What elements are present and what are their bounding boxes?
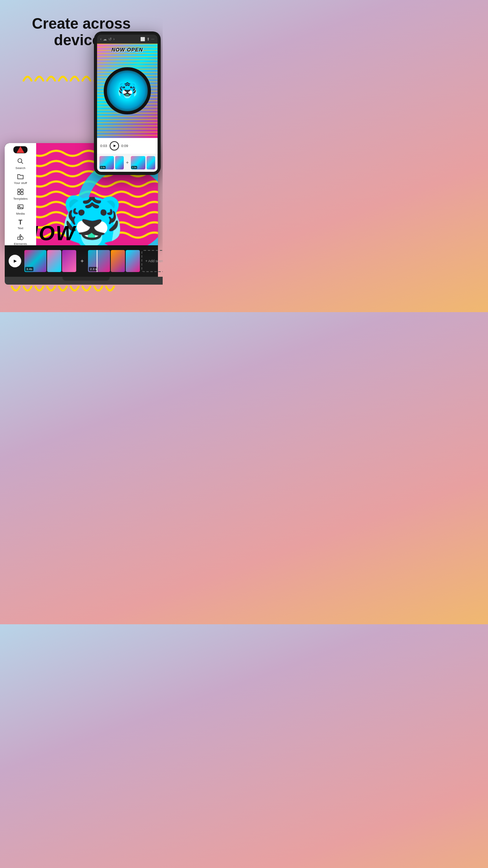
laptop-stand: [62, 277, 110, 281]
phone-timeline-plus: ＋: [125, 156, 130, 169]
sidebar-item-elements[interactable]: Elements: [7, 232, 34, 245]
timeline-clip-1a[interactable]: 3.4s: [24, 250, 46, 272]
laptop-timeline: ▶ 3.4s: [5, 245, 158, 277]
wavy-decoration-bottom: [0, 281, 163, 312]
sidebar-item-your-stuff[interactable]: Your stuff: [7, 172, 34, 186]
timeline-clip-group-1: 3.4s: [24, 250, 76, 272]
phone-back-icon[interactable]: ‹: [100, 37, 101, 41]
sidebar-search-label: Search: [15, 166, 25, 170]
svg-line-1: [22, 162, 23, 164]
phone-browser-bar: ‹ ☁ ↺ › ⬜ ⬆ ···: [97, 35, 158, 44]
svg-rect-2: [18, 189, 20, 191]
timeline-clip-2b[interactable]: [111, 250, 125, 272]
sidebar-item-search[interactable]: Search: [7, 156, 34, 171]
adobe-logo: [13, 146, 28, 153]
media-icon: [17, 204, 24, 211]
sidebar-media-label: Media: [16, 212, 25, 215]
phone-clip-small-2: [147, 156, 155, 169]
sidebar-your-stuff-label: Your stuff: [14, 181, 27, 185]
adobe-logo-red: [17, 146, 24, 153]
timeline-clip-1c[interactable]: [62, 250, 76, 272]
phone-play-button[interactable]: ▶: [110, 141, 119, 151]
laptop-sidebar: Search Your stuff: [5, 143, 36, 245]
templates-icon: [17, 189, 24, 196]
phone-forward-icon[interactable]: ›: [113, 37, 114, 41]
phone-tab-icon[interactable]: ⬜: [140, 37, 145, 41]
phone-body: ‹ ☁ ↺ › ⬜ ⬆ ··· 🐯: [94, 31, 161, 175]
phone-share-icon[interactable]: ⬆: [147, 37, 150, 41]
phone-time-start: 0:03: [100, 144, 107, 148]
text-icon: T: [18, 219, 22, 226]
phone-clip-small-1: [115, 156, 124, 169]
folder-icon: [17, 174, 24, 180]
timeline-play-icon: ▶: [14, 259, 17, 263]
sidebar-elements-label: Elements: [14, 242, 27, 245]
phone-clip-2-duration: 2.3s: [131, 166, 137, 169]
phone-browser-icons: ⬜ ⬆ ···: [140, 37, 154, 41]
timeline-clip-1b[interactable]: [47, 250, 61, 272]
timeline-play-button[interactable]: ▶: [9, 255, 21, 267]
phone-play-icon: ▶: [114, 144, 116, 147]
sidebar-item-media[interactable]: Media: [7, 203, 34, 217]
svg-rect-3: [21, 189, 23, 191]
phone-tiger-emoji: 🐯: [117, 81, 138, 100]
phone-player: 0:03 ▶ 0:09: [97, 138, 158, 154]
svg-rect-5: [21, 192, 23, 195]
phone-canvas-text: NOW OPEN: [97, 47, 158, 53]
phone-clip-2: 2.3s: [131, 156, 145, 169]
phone-timeline: 3.4s ＋ 2.3s: [97, 154, 158, 172]
page-wrapper: Create across devices ‹ ☁ ↺ › ⬜ ⬆: [0, 0, 163, 312]
svg-point-8: [20, 237, 23, 240]
sidebar-text-label: Text: [18, 226, 24, 230]
sidebar-item-templates[interactable]: Templates: [7, 187, 34, 202]
phone-refresh-icon[interactable]: ↺: [108, 37, 112, 41]
timeline-clip-1-duration: 3.4s: [25, 267, 33, 271]
svg-rect-9: [18, 237, 20, 239]
svg-rect-4: [18, 192, 20, 195]
timeline-clip-2a[interactable]: 2.3 s: [88, 250, 110, 272]
timeline-plus-icon: ＋: [78, 257, 86, 265]
phone-clip-1: 3.4s: [99, 156, 114, 169]
phone-time-end: 0:09: [121, 144, 128, 148]
laptop-base: [5, 277, 163, 285]
phone-canvas: 🐯 NOW OPEN: [97, 44, 158, 138]
timeline-clips: 3.4s ＋ 2.3 s: [24, 250, 163, 272]
phone-clip-1-duration: 3.4s: [100, 166, 106, 169]
phone-more-icon[interactable]: ···: [151, 37, 154, 41]
phone-cloud-icon[interactable]: ☁: [103, 37, 107, 41]
sidebar-templates-label: Templates: [13, 197, 28, 200]
sidebar-item-text[interactable]: T Text: [7, 218, 34, 232]
timeline-clip-2c[interactable]: [126, 250, 140, 272]
timeline-clips-wrapper: 3.4s ＋ 2.3 s: [24, 250, 163, 272]
timeline-clip-group-2: 2.3 s: [88, 250, 140, 272]
phone-device: ‹ ☁ ↺ › ⬜ ⬆ ··· 🐯: [94, 31, 161, 175]
search-icon: [17, 158, 24, 166]
timeline-scrubber: [97, 250, 97, 272]
elements-icon: [17, 234, 24, 241]
svg-text:NOW: NOW: [36, 222, 77, 245]
add-scene-button[interactable]: + Add scene: [141, 250, 163, 272]
